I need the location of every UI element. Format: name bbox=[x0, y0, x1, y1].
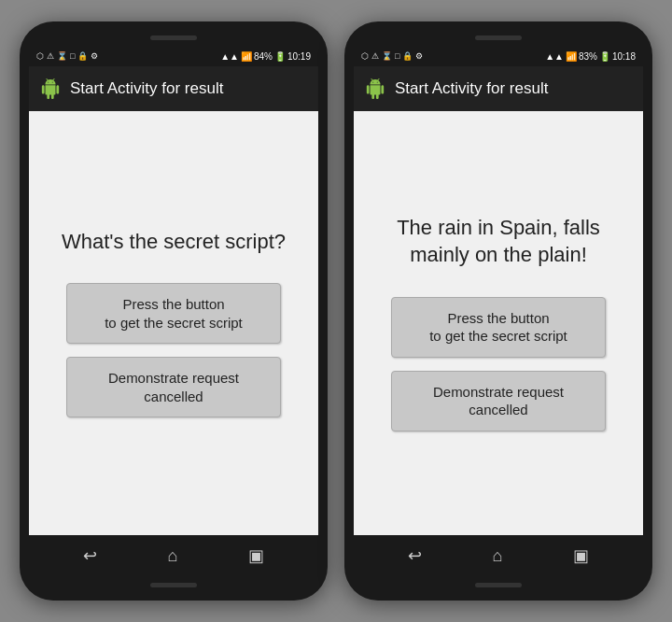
sync-icon: ⌛ bbox=[382, 51, 392, 61]
phone-right: ⬡ ⚠ ⌛ □ 🔒 ⚙ ▲▲ 📶 83% 🔋 10:18 Start Activ… bbox=[344, 21, 652, 601]
lock-icon: 🔒 bbox=[77, 51, 88, 61]
app-bar-title: Start Activity for result bbox=[70, 79, 223, 98]
battery-icon: 🔋 bbox=[274, 51, 286, 62]
status-bar: ⬡ ⚠ ⌛ □ 🔒 ⚙ ▲▲ 📶 84% 🔋 10:19 bbox=[29, 46, 318, 66]
time-text: 10:18 bbox=[612, 51, 636, 62]
screen-content: The rain in Spain, falls mainly on the p… bbox=[354, 111, 643, 535]
back-button[interactable]: ↩ bbox=[83, 545, 97, 566]
phone-bottom-bar bbox=[354, 580, 643, 589]
phone-bottom-bar bbox=[29, 580, 318, 589]
battery-text: 83% bbox=[579, 51, 597, 62]
get-secret-script-button-left[interactable]: Press the button to get the secret scrip… bbox=[66, 283, 281, 344]
nav-bar: ↩ ⌂ ▣ bbox=[354, 535, 643, 576]
home-button[interactable]: ⌂ bbox=[168, 546, 178, 566]
vpn-icon: □ bbox=[70, 51, 75, 61]
vpn-icon: □ bbox=[395, 51, 399, 61]
usb-icon: ⬡ bbox=[361, 51, 369, 61]
signal-icon: 📶 bbox=[241, 51, 252, 62]
screen-content: What's the secret script?Press the butto… bbox=[29, 111, 318, 535]
battery-text: 84% bbox=[254, 51, 273, 62]
phone-speaker bbox=[150, 35, 197, 40]
status-right: ▲▲ 📶 83% 🔋 10:18 bbox=[545, 51, 636, 62]
button-group: Press the button to get the secret scrip… bbox=[48, 283, 300, 417]
android-logo-icon bbox=[365, 78, 385, 99]
question-text: The rain in Spain, falls mainly on the p… bbox=[397, 215, 600, 268]
nav-bar: ↩ ⌂ ▣ bbox=[29, 535, 318, 576]
warning-icon: ⚠ bbox=[47, 51, 54, 61]
question-text: What's the secret script? bbox=[62, 229, 286, 256]
status-left: ⬡ ⚠ ⌛ □ 🔒 ⚙ bbox=[361, 51, 423, 61]
usb-icon: ⬡ bbox=[36, 51, 44, 61]
button-group: Press the button to get the secret scrip… bbox=[372, 297, 624, 431]
phone-top-bar bbox=[29, 33, 318, 42]
signal-icon: 📶 bbox=[566, 51, 577, 62]
battery-icon: 🔋 bbox=[599, 51, 610, 62]
wifi-icon: ▲▲ bbox=[545, 51, 564, 62]
phone-bottom-indicator bbox=[475, 583, 522, 587]
time-text: 10:19 bbox=[287, 51, 311, 62]
warning-icon: ⚠ bbox=[371, 51, 379, 61]
get-secret-script-button-right[interactable]: Press the button to get the secret scrip… bbox=[391, 297, 606, 358]
status-bar: ⬡ ⚠ ⌛ □ 🔒 ⚙ ▲▲ 📶 83% 🔋 10:18 bbox=[354, 46, 643, 66]
demonstrate-cancelled-button-left[interactable]: Demonstrate request cancelled bbox=[66, 357, 281, 417]
status-left: ⬡ ⚠ ⌛ □ 🔒 ⚙ bbox=[36, 51, 98, 61]
phone-bottom-indicator bbox=[150, 583, 197, 587]
sync-icon: ⌛ bbox=[57, 51, 67, 61]
settings-icon: ⚙ bbox=[415, 51, 423, 61]
lock-icon: 🔒 bbox=[402, 51, 413, 61]
demonstrate-cancelled-button-right[interactable]: Demonstrate request cancelled bbox=[391, 371, 606, 431]
status-right: ▲▲ 📶 84% 🔋 10:19 bbox=[220, 51, 311, 62]
app-bar-title: Start Activity for result bbox=[395, 79, 548, 98]
phone-top-bar bbox=[354, 33, 643, 42]
settings-icon: ⚙ bbox=[91, 51, 98, 61]
back-button[interactable]: ↩ bbox=[408, 545, 422, 566]
android-logo-icon bbox=[40, 78, 61, 99]
phone-speaker bbox=[475, 35, 522, 40]
phone-left: ⬡ ⚠ ⌛ □ 🔒 ⚙ ▲▲ 📶 84% 🔋 10:19 Start Activ… bbox=[20, 21, 328, 601]
recents-button[interactable]: ▣ bbox=[248, 545, 264, 566]
home-button[interactable]: ⌂ bbox=[493, 546, 503, 566]
recents-button[interactable]: ▣ bbox=[573, 545, 589, 566]
app-bar: Start Activity for result bbox=[29, 66, 318, 111]
app-bar: Start Activity for result bbox=[354, 66, 643, 111]
wifi-icon: ▲▲ bbox=[220, 51, 239, 62]
